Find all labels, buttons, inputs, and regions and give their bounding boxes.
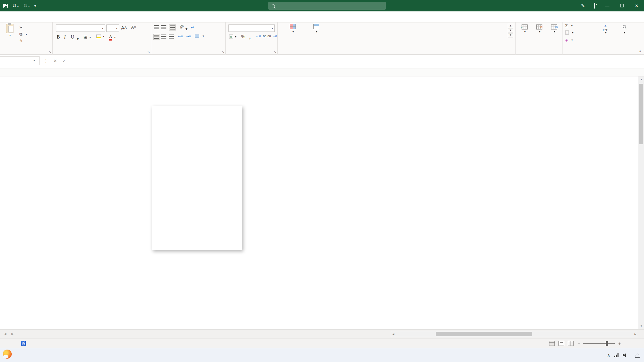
merge-center-button[interactable]: ▾ bbox=[195, 35, 204, 38]
increase-indent-button[interactable]: ⇥≡ bbox=[186, 35, 191, 38]
increase-decimal-button[interactable]: ←.0.00 bbox=[255, 35, 266, 38]
weather-icon bbox=[3, 350, 12, 359]
decrease-indent-button[interactable]: ⇤≡ bbox=[178, 35, 183, 38]
sort-filter-button[interactable]: AZ▼ ▾ bbox=[597, 24, 614, 34]
gallery-scroll-down[interactable]: ▼ bbox=[508, 28, 513, 33]
group-number: ▾ ¤▾ % , ←.0.00 .00→0 ↘ bbox=[226, 22, 278, 55]
bold-button[interactable]: B bbox=[57, 35, 60, 40]
format-cells-button[interactable]: ▭ ▾ bbox=[547, 24, 561, 33]
fill-color-button[interactable]: ▾ bbox=[96, 35, 104, 38]
number-format-combo[interactable]: ▾ bbox=[228, 24, 275, 32]
percent-style-button[interactable]: % bbox=[241, 34, 245, 39]
network-icon[interactable] bbox=[614, 353, 619, 357]
insert-cells-button[interactable]: ← ▾ bbox=[518, 24, 532, 33]
minimize-button[interactable]: — bbox=[600, 0, 614, 11]
redo-button[interactable]: ↻▾ bbox=[23, 3, 30, 9]
chevron-down-icon: ▾ bbox=[28, 5, 30, 8]
group-styles: ▾ ▾ ▲ ▼ ▼ bbox=[278, 22, 516, 55]
tray-chevron-icon[interactable]: ∧ bbox=[607, 353, 610, 358]
accessibility-status[interactable]: ♿ bbox=[21, 339, 28, 348]
wrap-text-button[interactable]: ↵ bbox=[191, 25, 196, 30]
zoom-slider-thumb[interactable] bbox=[606, 341, 608, 346]
search-icon bbox=[272, 4, 275, 7]
format-as-table-button[interactable]: ▾ bbox=[306, 24, 327, 33]
vertical-scroll-thumb[interactable] bbox=[639, 84, 643, 144]
font-color-button[interactable]: A▾ bbox=[109, 34, 115, 41]
normal-view-button[interactable] bbox=[549, 341, 555, 346]
scroll-left-icon[interactable]: ◀ bbox=[392, 332, 394, 337]
horizontal-scroll-thumb[interactable] bbox=[436, 332, 532, 336]
borders-button[interactable]: ⊞▾ bbox=[84, 35, 91, 40]
maximize-button[interactable] bbox=[614, 0, 629, 11]
vertical-scrollbar[interactable]: ▲ ▼ bbox=[638, 76, 644, 329]
autosum-button[interactable]: Σ▾ bbox=[565, 23, 573, 28]
cancel-formula-icon[interactable]: ✕ bbox=[53, 58, 57, 63]
grow-font-button[interactable]: A˄ bbox=[121, 25, 127, 31]
zoom-out-button[interactable]: − bbox=[578, 339, 580, 348]
conditional-formatting-icon bbox=[290, 24, 296, 29]
formula-input[interactable] bbox=[84, 56, 641, 65]
orientation-caret[interactable]: ▾ bbox=[185, 26, 187, 31]
zoom-slider[interactable] bbox=[583, 343, 615, 344]
sheet-nav-right-icon[interactable]: ▶ bbox=[11, 329, 14, 339]
align-center-button[interactable] bbox=[161, 35, 166, 39]
sheet-nav-left-icon[interactable]: ◀ bbox=[4, 329, 6, 339]
scroll-up-icon[interactable]: ▲ bbox=[638, 76, 644, 82]
gallery-scroll-up[interactable]: ▲ bbox=[508, 24, 513, 28]
font-name-combo[interactable]: ▾ bbox=[56, 24, 105, 32]
fill-button[interactable]: ↓▾ bbox=[565, 31, 574, 35]
scroll-down-icon[interactable]: ▼ bbox=[638, 323, 644, 329]
italic-button[interactable]: I bbox=[64, 35, 66, 40]
scroll-right-icon[interactable]: ▶ bbox=[635, 332, 636, 337]
underline-caret[interactable]: ▾ bbox=[77, 37, 79, 41]
number-dialog-launcher[interactable]: ↘ bbox=[274, 50, 276, 54]
zoom-in-button[interactable]: + bbox=[618, 339, 621, 348]
accounting-format-button[interactable]: ¤▾ bbox=[229, 35, 236, 39]
clear-icon: ◈ bbox=[565, 38, 568, 42]
paste-button[interactable]: ▾ bbox=[3, 24, 17, 37]
name-box-caret[interactable]: ▾ bbox=[34, 59, 35, 62]
title-search-box[interactable] bbox=[268, 2, 386, 10]
page-break-view-button[interactable] bbox=[568, 341, 574, 346]
align-bottom-button[interactable] bbox=[169, 24, 176, 31]
orientation-button[interactable]: ab bbox=[179, 23, 184, 29]
enter-formula-icon[interactable]: ✓ bbox=[62, 58, 66, 63]
gallery-more-button[interactable]: ▼ bbox=[508, 33, 513, 38]
close-button[interactable]: ✕ bbox=[629, 0, 644, 11]
sheet-tab-bar: ◀ ▶ ◀ ▶ bbox=[0, 329, 644, 339]
notification-bell-icon[interactable] bbox=[636, 354, 639, 357]
align-left-button[interactable] bbox=[153, 34, 160, 40]
copy-button[interactable]: ⧉▾ bbox=[19, 32, 27, 37]
clear-button[interactable]: ◈▾ bbox=[565, 38, 573, 42]
save-icon[interactable] bbox=[3, 4, 8, 8]
volume-icon[interactable] bbox=[623, 353, 628, 357]
alignment-dialog-launcher[interactable]: ↘ bbox=[222, 50, 224, 54]
delete-cells-button[interactable]: ✕ ▾ bbox=[532, 24, 546, 33]
undo-button[interactable]: ↺▾ bbox=[12, 3, 19, 9]
align-middle-button[interactable] bbox=[161, 25, 166, 29]
shrink-font-button[interactable]: A˅ bbox=[131, 25, 136, 30]
ribbon-tab-strip bbox=[0, 11, 644, 22]
font-dialog-launcher[interactable]: ↘ bbox=[147, 50, 150, 54]
format-painter-button[interactable]: ✎ bbox=[19, 39, 24, 43]
weather-widget[interactable] bbox=[3, 350, 14, 359]
copy-icon: ⧉ bbox=[19, 32, 22, 37]
column-headers bbox=[0, 76, 638, 82]
clipboard-dialog-launcher[interactable]: ↘ bbox=[49, 50, 51, 54]
align-right-button[interactable] bbox=[169, 35, 174, 39]
page-layout-view-button[interactable] bbox=[558, 341, 564, 346]
customize-qat-button[interactable]: ▾ bbox=[34, 4, 36, 8]
ribbon-display-options-button[interactable] bbox=[590, 3, 600, 8]
collapse-ribbon-button[interactable]: ∧ bbox=[639, 49, 641, 53]
font-size-combo[interactable]: ▾ bbox=[106, 24, 119, 32]
cut-button[interactable]: ✂ bbox=[19, 25, 24, 30]
find-select-button[interactable]: ▾ bbox=[615, 24, 633, 34]
decrease-decimal-button[interactable]: .00→0 bbox=[267, 35, 277, 38]
conditional-formatting-button[interactable]: ▾ bbox=[282, 24, 304, 33]
comma-style-button[interactable]: , bbox=[249, 34, 251, 40]
excel-window: ↺▾ ↻▾ ▾ ✎ — ✕ ▾ ✂ ⧉▾ ✎ bbox=[0, 0, 644, 362]
align-top-button[interactable] bbox=[154, 25, 159, 29]
underline-button[interactable]: U bbox=[71, 35, 74, 40]
horizontal-scrollbar[interactable]: ◀ ▶ bbox=[391, 331, 638, 337]
ink-pen-icon[interactable]: ✎ bbox=[576, 3, 590, 8]
